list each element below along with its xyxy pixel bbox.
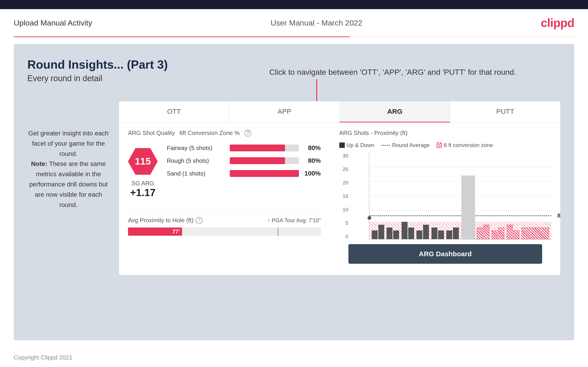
user-manual-label: User Manual - March 2022 [271,18,363,27]
proximity-bar: 77' [128,227,321,236]
bar-hatched-4 [498,227,504,239]
question-icon[interactable]: ? [244,130,251,137]
sand-label: Sand (1 shots) [167,170,226,177]
y-label-5: 5 [346,220,348,226]
y-label-25: 25 [343,167,348,172]
fairway-fill [230,144,285,151]
proximity-section: Avg Proximity to Hole (ft) ? ↑ PGA Tour … [128,212,321,236]
bar-2b [393,230,399,239]
bar-4a [416,230,422,239]
hexagon-container: 115 SG ARG +1.17 [128,147,158,198]
header: Upload Manual Activity User Manual - Mar… [0,9,588,36]
bar-group-5 [432,227,444,239]
chart-title: ARG Shots - Proximity (ft) [339,129,407,137]
sg-value: +1.17 [130,187,156,198]
tab-ott[interactable]: OTT [119,101,229,122]
rough-label: Rough (5 shots) [167,157,226,164]
sg-label: SG ARG [131,180,154,187]
main-content: Round Insights... (Part 3) Every round i… [14,44,574,340]
bar-group-7 [461,175,475,239]
legend-up-down: Up & Down [339,142,374,148]
y-label-15: 15 [343,193,348,199]
dashed-value-label: 8 [557,212,560,219]
right-panel-header: ARG Shots - Proximity (ft) [339,129,551,137]
bar-hatched-2 [484,225,489,239]
hexagon-value: 115 [128,147,158,176]
proximity-marker [278,227,278,236]
annotation-text: Click to navigate between 'OTT', 'APP', … [269,67,516,78]
y-label-30: 30 [343,153,348,159]
proximity-label: Avg Proximity to Hole (ft) ? [128,217,203,224]
chart-bars-group [369,153,551,239]
rough-fill [230,157,285,164]
proximity-value: 77' [172,228,180,235]
proximity-question-icon[interactable]: ? [196,217,203,224]
metrics-bars: Fairway (5 shots) 80% Rough (5 shots) [167,142,321,183]
tab-arg[interactable]: ARG [340,101,450,122]
y-label-20: 20 [343,180,348,186]
bar-group-4 [416,225,429,239]
sand-fill [230,170,299,177]
chart-area: 8 [369,153,551,240]
bar-4b [423,225,429,239]
bar-5b [438,230,444,239]
tabs-row: OTT APP ARG PUTT [119,101,560,123]
legend-up-down-label: Up & Down [346,142,374,148]
chart-wrapper: 30 25 20 15 10 5 0 [355,153,551,240]
sand-bar [230,170,299,177]
bar-tall [461,175,475,239]
sand-pct: 100% [303,170,321,177]
copyright: Copyright Clippd 2021 [14,354,72,361]
tab-app[interactable]: APP [229,101,340,122]
bar-6b [453,227,459,239]
pga-avg-label: ↑ PGA Tour Avg: 7'10" [268,217,321,224]
clippd-logo[interactable]: clippd [541,16,574,30]
fairway-label: Fairway (5 shots) [167,144,226,152]
legend-dashed-icon [381,145,390,146]
upload-manual-label: Upload Manual Activity [14,18,92,27]
bar-hatched-5 [507,225,513,239]
card-body: ARG Shot Quality 6ft Conversion Zone % ?… [119,123,560,275]
legend-hatched-icon [436,142,442,148]
bar-group-2 [387,227,399,239]
shot-quality-label: ARG Shot Quality [128,129,175,137]
bar-group-6 [446,227,459,239]
footer: Copyright Clippd 2021 [0,347,588,367]
y-label-10: 10 [343,207,348,213]
bar-group-3 [402,222,415,239]
arg-dashboard-button[interactable]: ARG Dashboard [348,244,542,264]
bar-group-9 [492,227,505,239]
fairway-pct: 80% [303,144,321,152]
legend-square-icon [339,142,345,148]
bar-3b [408,227,414,239]
metric-rough: Rough (5 shots) 80% [167,157,321,164]
metric-sand: Sand (1 shots) 100% [167,170,321,177]
y-axis: 30 25 20 15 10 5 0 [343,153,348,240]
bar-group-11 [522,227,549,239]
bar-hatched-wide [522,227,549,239]
conversion-label: 6ft Conversion Zone % [179,129,240,137]
fairway-bar [230,144,299,151]
metric-fairway: Fairway (5 shots) 80% [167,144,321,152]
bar-1a [372,230,378,239]
legend-conversion-label: 6 ft conversion zone [444,142,493,148]
bar-group-10 [507,225,520,239]
tab-putt[interactable]: PUTT [450,101,560,122]
left-panel-header: ARG Shot Quality 6ft Conversion Zone % ? [128,129,321,137]
legend-conversion-zone: 6 ft conversion zone [436,142,493,148]
bar-hatched-3 [492,230,498,239]
y-label-0: 0 [346,234,348,240]
proximity-header: Avg Proximity to Hole (ft) ? ↑ PGA Tour … [128,217,321,224]
legend-round-avg-label: Round Average [392,142,430,148]
bar-hatched-6 [513,230,519,239]
bar-1b [378,225,384,239]
right-panel: ARG Shots - Proximity (ft) Up & Down Rou… [330,123,560,275]
bar-6a [446,230,452,239]
left-panel: ARG Shot Quality 6ft Conversion Zone % ?… [119,123,330,275]
bar-group-1 [372,225,385,239]
rough-bar [230,157,299,164]
bar-hatched-1 [477,227,483,239]
legend-round-avg: Round Average [381,142,430,148]
dashboard-card: OTT APP ARG PUTT ARG Shot Quality 6ft Co… [119,101,561,275]
bar-3a [402,222,407,239]
